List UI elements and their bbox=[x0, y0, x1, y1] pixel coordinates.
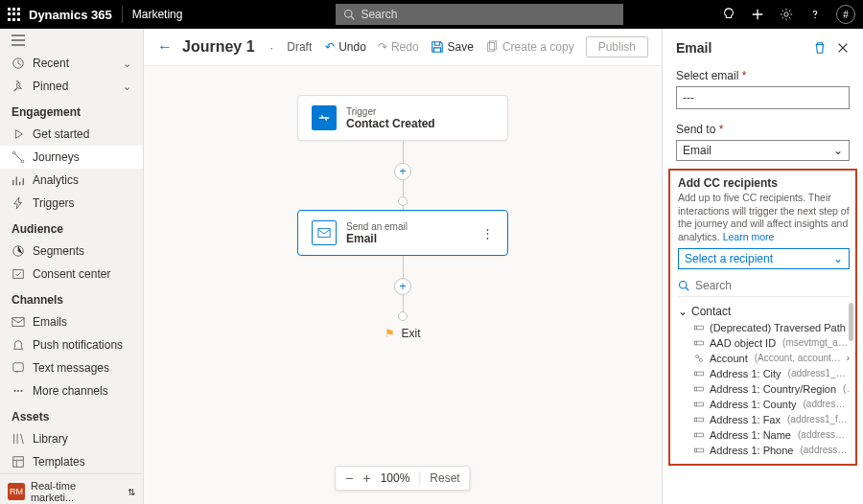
group-channels: Channels bbox=[0, 286, 143, 310]
status-badge: Draft bbox=[287, 40, 312, 54]
redo-icon: ↷ bbox=[378, 40, 387, 54]
chevron-down-icon: ⌄ bbox=[123, 80, 131, 93]
field-icon bbox=[693, 415, 705, 424]
bell-icon bbox=[12, 338, 25, 352]
tree-item[interactable]: Address 1: Country/Region (address1_cou.… bbox=[678, 381, 850, 397]
label: Get started bbox=[33, 127, 89, 141]
zoom-reset-button[interactable]: Reset bbox=[419, 471, 459, 485]
gear-icon[interactable] bbox=[779, 7, 794, 22]
add-step-button[interactable]: + bbox=[394, 278, 411, 295]
bolt-icon bbox=[12, 196, 25, 210]
sidebar-item-library[interactable]: Library bbox=[0, 427, 143, 450]
tree-item[interactable]: Account (Account, accountid)› bbox=[678, 351, 850, 366]
topbar-right: # bbox=[721, 5, 855, 24]
flag-icon: ⚑ bbox=[385, 327, 395, 340]
sidebar-item-triggers[interactable]: Triggers bbox=[0, 192, 143, 215]
send-to-select[interactable]: Email⌄ bbox=[676, 140, 850, 161]
tree-item[interactable]: Address 1: County (address1_county) bbox=[678, 397, 850, 412]
item-hint: (address1_cou... bbox=[843, 383, 850, 394]
label: Triggers bbox=[33, 196, 75, 210]
tree-group-contact[interactable]: ⌄Contact bbox=[678, 303, 850, 320]
chevron-right-icon: › bbox=[847, 353, 850, 363]
journey-icon bbox=[12, 150, 25, 164]
area-switcher[interactable]: RM Real-time marketi... ⇅ bbox=[0, 473, 143, 504]
scrollbar[interactable] bbox=[849, 303, 853, 341]
sidebar-item-get-started[interactable]: Get started bbox=[0, 123, 143, 146]
undo-button[interactable]: ↶Undo bbox=[325, 40, 366, 54]
rm-badge: RM bbox=[8, 483, 25, 500]
connector bbox=[403, 141, 404, 164]
group-assets: Assets bbox=[0, 402, 143, 427]
svg-rect-14 bbox=[13, 457, 24, 468]
area-name: Marketing bbox=[132, 8, 183, 21]
exit-node: ⚑ Exit bbox=[385, 327, 420, 340]
journey-canvas[interactable]: TriggerContact Created + Send an emailEm… bbox=[144, 66, 662, 504]
close-icon[interactable] bbox=[836, 41, 850, 55]
svg-line-19 bbox=[686, 287, 688, 290]
add-step-button[interactable]: + bbox=[394, 163, 411, 180]
plus-icon[interactable] bbox=[750, 7, 765, 22]
learn-more-link[interactable]: Learn more bbox=[723, 231, 775, 242]
trigger-node[interactable]: TriggerContact Created bbox=[297, 95, 508, 141]
node-label: Send an email bbox=[346, 221, 408, 232]
sidebar-item-text[interactable]: Text messages bbox=[0, 356, 143, 379]
hamburger-icon[interactable] bbox=[0, 29, 143, 52]
sidebar-item-journeys[interactable]: Journeys bbox=[0, 146, 143, 169]
tree-item[interactable]: (Deprecated) Traversed Path (traversedpa… bbox=[678, 320, 850, 335]
properties-panel: Email Select email --- Send to Email⌄ Ad… bbox=[662, 29, 863, 504]
divider bbox=[122, 6, 123, 23]
more-icon[interactable]: ⋮ bbox=[481, 226, 494, 241]
svg-rect-10 bbox=[13, 363, 24, 372]
svg-point-22 bbox=[696, 355, 699, 357]
sidebar-item-more-channels[interactable]: More channels bbox=[0, 379, 143, 402]
recipient-search[interactable] bbox=[678, 275, 850, 297]
tree-item[interactable]: AAD object ID (msevtmgt_aadobjectid) bbox=[678, 335, 850, 351]
item-hint: (address1_county) bbox=[804, 399, 851, 409]
redo-button[interactable]: ↷Redo bbox=[378, 40, 419, 54]
zoom-out-button[interactable]: − bbox=[345, 470, 353, 486]
undo-icon: ↶ bbox=[325, 40, 335, 54]
select-recipient-dropdown[interactable]: Select a recipient⌄ bbox=[678, 248, 850, 269]
connector bbox=[403, 294, 404, 311]
recipient-search-input[interactable] bbox=[695, 279, 850, 292]
item-hint: (address1_telephone1) bbox=[800, 445, 850, 455]
sidebar-item-emails[interactable]: Emails bbox=[0, 310, 143, 333]
sidebar-item-templates[interactable]: Templates bbox=[0, 450, 143, 473]
label: Templates bbox=[33, 455, 85, 469]
sidebar-item-recent[interactable]: Recent ⌄ bbox=[0, 52, 143, 75]
global-search[interactable]: Search bbox=[336, 4, 623, 25]
item-hint: (Account, accountid) bbox=[755, 353, 842, 363]
copy-button[interactable]: Create a copy bbox=[485, 40, 574, 54]
sidebar-item-consent[interactable]: Consent center bbox=[0, 263, 143, 286]
select-email-input[interactable]: --- bbox=[676, 86, 850, 109]
field-icon bbox=[693, 323, 705, 332]
email-node[interactable]: Send an emailEmail ⋮ bbox=[297, 210, 508, 256]
sidebar-item-segments[interactable]: Segments bbox=[0, 240, 143, 263]
tree-item[interactable]: Address 1: City (address1_city) bbox=[678, 366, 850, 381]
field-icon bbox=[693, 384, 705, 394]
publish-button[interactable]: Publish bbox=[586, 36, 648, 57]
sidebar-item-push[interactable]: Push notifications bbox=[0, 333, 143, 356]
clock-icon bbox=[12, 57, 25, 70]
sidebar-item-pinned[interactable]: Pinned ⌄ bbox=[0, 75, 143, 98]
tree-item[interactable]: Address 1: Fax (address1_fax) bbox=[678, 412, 850, 427]
avatar[interactable]: # bbox=[836, 5, 855, 24]
item-name: Account bbox=[710, 353, 748, 364]
save-button[interactable]: Save bbox=[431, 40, 474, 54]
tree-item[interactable]: Address 1: Name (address1_name) bbox=[678, 427, 850, 443]
lightbulb-icon[interactable] bbox=[721, 7, 736, 22]
item-hint: (address1_name) bbox=[798, 429, 850, 440]
item-name: Address 1: Name bbox=[710, 429, 791, 441]
back-arrow-icon[interactable]: ← bbox=[157, 38, 173, 56]
zoom-in-button[interactable]: + bbox=[362, 470, 370, 486]
trigger-icon bbox=[312, 105, 337, 130]
app-launcher-icon[interactable] bbox=[8, 8, 21, 21]
sidebar-item-analytics[interactable]: Analytics bbox=[0, 169, 143, 192]
tree-item[interactable]: Address 1: Phone (address1_telephone1) bbox=[678, 443, 850, 458]
help-icon[interactable] bbox=[807, 7, 823, 22]
sms-icon bbox=[12, 361, 25, 375]
play-icon bbox=[12, 127, 25, 141]
svg-point-23 bbox=[699, 358, 702, 361]
zoom-control: − + 100% Reset bbox=[335, 466, 470, 491]
delete-icon[interactable] bbox=[813, 41, 827, 55]
